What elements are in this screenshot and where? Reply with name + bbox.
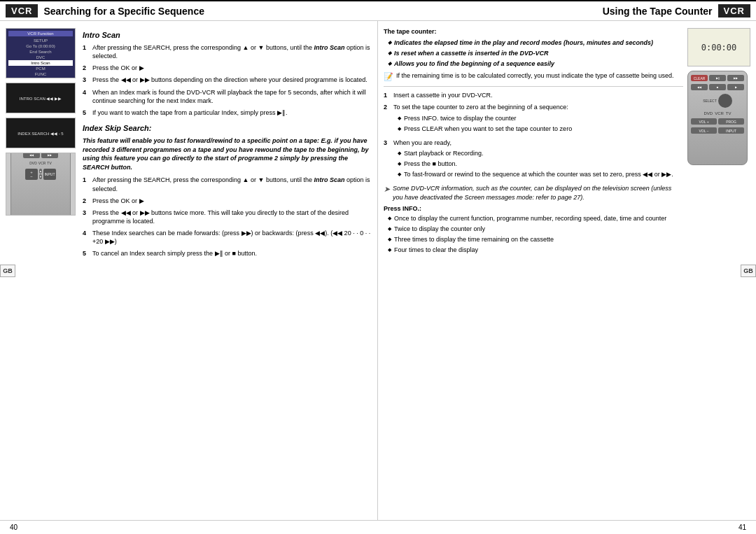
index-scan-image: INDEX SEARCH ◀◀ - 5 [6,118,76,148]
list-item: Start playback or Recording. [393,149,673,157]
rc-arrow-col: ▲ ▼ [39,169,42,180]
remote-sim-left: ▶‖ ■ ▶▶ ◀◀ ▶▶ DVD VCR TV [10,153,71,216]
index-scan-label: INDEX SEARCH ◀◀ - 5 [18,131,63,136]
page-number-left: 40 [10,524,18,531]
tape-steps: 1 Insert a cassette in your DVD-VCR. 2 T… [384,91,683,181]
list-item: Three times to display the time remainin… [384,235,683,244]
list-item: Indicates the elapsed time in the play a… [384,38,683,47]
list-item: Is reset when a cassette is inserted in … [384,49,683,57]
intro-scan-label: INTRO SCAN ◀◀ ▶▶ [20,96,62,101]
rc-stop2: ■ [709,84,726,90]
dvd-vcr-note: ➤ Some DVD-VCR information, such as the … [384,184,683,201]
list-item: 3 When you are ready, Start playback or … [384,139,683,181]
menu-header: VCR Function [8,31,73,36]
rc-vol-down: VOL − [691,127,717,134]
note-text: If the remaining time is to be calculate… [396,71,674,82]
rc-input2: INPUT [718,127,744,134]
list-item: 3 Press the ◀◀ or ▶▶ buttons twice more.… [83,209,372,225]
left-inner: VCR Function SETUP Go To (0:00:00) End S… [6,28,372,261]
list-item: 5 If you want to watch the tape from a p… [83,108,372,117]
header-left: VCR Searching for a Specific Sequence [0,0,378,21]
rc-btn-rew: ◀◀ [23,153,40,158]
list-item: Press CLEAR when you want to set the tap… [393,125,572,133]
list-item: 4 When an Index mark is found the DVD-VC… [83,88,372,105]
left-images: VCR Function SETUP Go To (0:00:00) End S… [6,28,76,261]
list-item: Allows you to find the beginning of a se… [384,59,683,68]
step2-bullets: Press INFO. twice to display the counter… [393,114,572,133]
rc-prog: PROG [718,118,744,125]
rc-labels: DVD VCR TV [29,161,52,165]
list-item: 1 After pressing the SEARCH, press the c… [83,43,372,60]
vcr-badge-left: VCR [6,4,38,17]
intro-scan-image: INTRO SCAN ◀◀ ▶▶ [6,83,76,113]
left-text: Intro Scan 1 After pressing the SEARCH, … [80,28,372,261]
rc-vol2: VOL + PROG [691,118,744,125]
vcr-badge-right: VCR [718,4,750,17]
list-item: 5 To cancel an Index search simply press… [83,249,372,258]
rc-btn-fwd: ▶▶ [41,153,58,158]
list-item: 1 Insert a cassette in your DVD-VCR. [384,91,683,99]
dvd-vcr-note-text: Some DVD-VCR information, such as the co… [393,184,683,201]
intro-scan-steps: 1 After pressing the SEARCH, press the c… [83,43,372,117]
tape-counter-bullets: Indicates the elapsed time in the play a… [384,38,683,68]
menu-device-image: VCR Function SETUP Go To (0:00:00) End S… [6,28,76,78]
right-inner: The tape counter: Indicates the elapsed … [384,28,750,513]
list-item: 2 To set the tape counter to zero at the… [384,103,683,134]
main-content: GB VCR Function SETUP Go To (0:00:00) En… [0,21,756,520]
index-skip-desc: This feature will enable you to fast for… [83,136,372,171]
index-skip-steps: 1 After pressing the SEARCH, press the c… [83,176,372,258]
rc-vol-row: +− ▲ ▼ INPUT [25,169,56,180]
rc-input-row: VOL − INPUT [691,127,744,134]
index-section: Index Skip Search: This feature will ena… [83,124,372,258]
index-skip-title: Index Skip Search: [83,124,372,132]
right-text: The tape counter: Indicates the elapsed … [384,28,683,513]
list-item: 2 Press the OK or ▶ [83,64,372,72]
tape-counter-value: 0:00:00 [701,43,737,52]
list-item: 4 These Index searches can be made forwa… [83,229,372,246]
header-right: Using the Tape Counter VCR [378,0,756,21]
list-item: To fast-froward or rewind to the sequenc… [393,170,673,178]
step3-bullets: Start playback or Recording. Press the ■… [393,149,673,178]
list-item: 3 Press the ◀◀ or ▶▶ buttons depending o… [83,76,372,84]
list-item: Once to display the current function, pr… [384,214,683,223]
tape-counter-display: 0:00:00 [687,28,750,66]
list-item: Press the ■ button. [393,160,673,168]
footer: 40 41 [0,520,756,534]
tape-counter-header: The tape counter: [384,28,683,35]
rc-rew2: ◀◀ [691,84,708,90]
press-info-label: Press INFO.: [384,205,683,212]
rc-top-row: CLEAR ▶‖ ▶▶ [691,75,744,81]
left-panel: GB VCR Function SETUP Go To (0:00:00) En… [0,21,378,520]
rc-select-btn [718,94,732,108]
list-item: Twice to display the counter only [384,225,683,233]
list-item: 1 After pressing the SEARCH, press the c… [83,176,372,192]
right-panel: GB The tape counter: Indicates the elaps… [378,21,756,520]
remote-control-right: CLEAR ▶‖ ▶▶ ◀◀ ■ ▶ SELECT [687,71,748,165]
note-box: 📝 If the remaining time is to be calcula… [384,71,683,82]
rc-clear: CLEAR [691,75,708,81]
rc-play: ▶ [727,84,744,90]
rc-pause: ▶‖ [709,75,726,81]
gb-badge-left: GB [0,265,15,277]
rc-vol-up: VOL + [691,118,717,125]
list-item: Four times to clear the display [384,246,683,254]
rc-source-labels: DVD VCR TV [704,111,731,115]
press-info-bullets: Once to display the current function, pr… [384,214,683,255]
left-header-title: Searching for a Specific Sequence [43,6,204,17]
list-item: Press INFO. twice to display the counter [393,114,572,122]
divider [384,86,683,87]
arrow-icon: ➤ [384,184,390,201]
rc-second-row: ◀◀ ■ ▶ [691,84,744,90]
note-icon: 📝 [384,71,393,82]
list-item: 2 Press the OK or ▶ [83,197,372,205]
gb-badge-right: GB [741,265,756,277]
page-container: VCR Searching for a Specific Sequence Us… [0,0,756,534]
intro-scan-title: Intro Scan [83,31,372,39]
remote-image-left: ▶‖ ■ ▶▶ ◀◀ ▶▶ DVD VCR TV [6,153,76,216]
rc-select-row: SELECT [703,94,732,108]
right-header-title: Using the Tape Counter [603,6,713,17]
headers-row: VCR Searching for a Specific Sequence Us… [0,0,756,21]
page-number-right: 41 [738,524,746,531]
rc-fwd2: ▶▶ [727,75,744,81]
